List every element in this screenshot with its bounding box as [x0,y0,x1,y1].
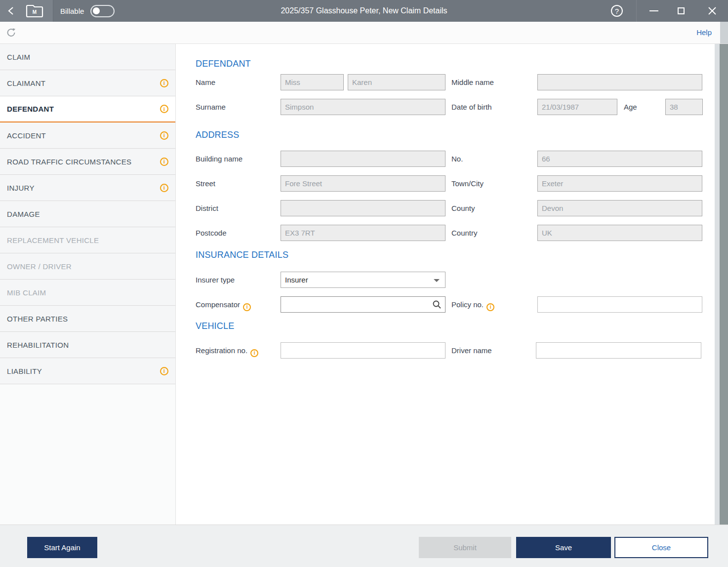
street-label: Street [196,175,215,192]
insurer-type-value: Insurer [285,276,308,284]
sidebar-item-road-traffic-circumstances[interactable]: ROAD TRAFFIC CIRCUMSTANCES i [0,149,175,175]
sidebar-item-damage[interactable]: DAMAGE [0,201,175,227]
policy-no-field[interactable] [537,296,702,313]
save-button[interactable]: Save [516,537,611,558]
info-icon[interactable]: i [160,158,168,166]
info-icon[interactable]: i [243,303,251,311]
sidebar-item-owner-driver: OWNER / DRIVER [0,253,175,280]
maximize-button[interactable] [672,0,691,22]
street-field [281,175,445,192]
sidebar-nav: CLAIM CLAIMANT i DEFENDANT i ACCIDENT i … [0,44,176,525]
info-icon[interactable]: i [160,105,168,113]
close-window-button[interactable] [701,0,723,22]
svg-text:M: M [33,9,37,15]
surname-label: Surname [196,99,226,115]
info-icon[interactable]: i [160,367,168,375]
app-window: M Billable 2025/357 Glasshouse Peter, Ne… [0,0,728,567]
maximize-icon [678,7,685,14]
county-field [537,200,702,216]
info-icon[interactable]: i [160,131,168,140]
titlebar-divider [636,0,637,22]
help-link[interactable]: Help [696,22,712,43]
country-field [537,225,702,241]
sidebar-item-other-parties[interactable]: OTHER PARTIES [0,306,175,332]
postcode-label: Postcode [196,225,227,241]
sidebar-item-injury[interactable]: INJURY i [0,175,175,201]
titlebar-help-icon[interactable]: ? [611,5,623,17]
search-icon[interactable] [432,300,442,309]
age-label: Age [624,99,637,115]
sidebar-item-liability[interactable]: LIABILITY i [0,358,175,384]
country-label: Country [451,225,478,241]
refresh-icon[interactable] [6,27,17,38]
billable-label: Billable [60,7,84,15]
registration-no-label: Registration no.i [196,342,258,359]
sidebar-item-claimant[interactable]: CLAIMANT i [0,70,175,96]
compensator-label: Compensatori [196,296,251,313]
district-field [281,200,445,216]
district-label: District [196,200,218,216]
info-icon[interactable]: i [250,349,258,357]
section-heading-address: ADDRESS [196,130,239,140]
first-name-field [348,74,445,90]
insurer-type-select[interactable]: Insurer [281,272,445,288]
policy-no-label: Policy no.i [451,296,494,313]
back-icon[interactable] [7,6,15,16]
building-name-field [281,151,445,167]
title-bar: M Billable 2025/357 Glasshouse Peter, Ne… [0,0,728,22]
sidebar-item-claim[interactable]: CLAIM [0,44,175,70]
info-icon[interactable]: i [160,184,168,192]
dob-field [537,99,617,115]
minimize-button[interactable] [644,0,664,22]
titlebar-left-section: M [0,0,53,22]
building-name-label: Building name [196,151,243,167]
sidebar-item-accident[interactable]: ACCIDENT i [0,122,175,149]
driver-name-label: Driver name [451,342,492,359]
start-again-button[interactable]: Start Again [27,537,97,558]
middle-name-field [537,74,702,90]
insurer-type-label: Insurer type [196,272,235,288]
no-field [537,151,702,167]
footer-bar: Start Again Submit Save Close [0,525,728,567]
form-content: DEFENDANT Name Middle name Surname Date … [176,44,715,525]
middle-name-label: Middle name [451,74,494,90]
age-field [665,99,703,115]
info-icon[interactable]: i [160,79,168,87]
info-icon[interactable]: i [486,303,494,311]
section-heading-vehicle: VEHICLE [196,321,234,331]
chevron-down-icon [434,279,440,282]
postcode-field [281,225,445,241]
close-button[interactable]: Close [614,537,708,558]
right-edge-strip [720,44,728,567]
registration-no-field[interactable] [281,342,445,359]
sidebar-item-replacement-vehicle: REPLACEMENT VEHICLE [0,227,175,253]
matter-folder-icon[interactable]: M [25,4,44,18]
vertical-scrollbar[interactable] [715,44,720,525]
toolbar: Help [0,22,728,44]
town-city-field [537,175,702,192]
section-heading-insurance-details: INSURANCE DETAILS [196,250,288,260]
name-label: Name [196,74,215,90]
billable-control: Billable [60,0,115,22]
compensator-field[interactable] [281,296,445,313]
surname-field [281,99,445,115]
minimize-icon [649,10,658,11]
section-heading-defendant: DEFENDANT [196,59,251,69]
toggle-knob-icon [93,7,100,14]
county-label: County [451,200,475,216]
dob-label: Date of birth [451,99,492,115]
compensator-search [281,296,445,313]
title-field [281,74,344,90]
no-label: No. [451,151,463,167]
close-icon [708,6,717,15]
town-city-label: Town/City [451,175,484,192]
billable-toggle[interactable] [90,5,115,17]
sidebar-item-defendant[interactable]: DEFENDANT i [0,96,175,122]
sidebar-item-mib-claim: MIB CLAIM [0,280,175,306]
driver-name-field[interactable] [536,342,701,359]
toolbar-edge-strip [720,22,728,43]
submit-button: Submit [419,537,511,558]
window-title: 2025/357 Glasshouse Peter, New Claim Det… [138,0,590,22]
sidebar-item-rehabilitation[interactable]: REHABILITATION [0,332,175,358]
